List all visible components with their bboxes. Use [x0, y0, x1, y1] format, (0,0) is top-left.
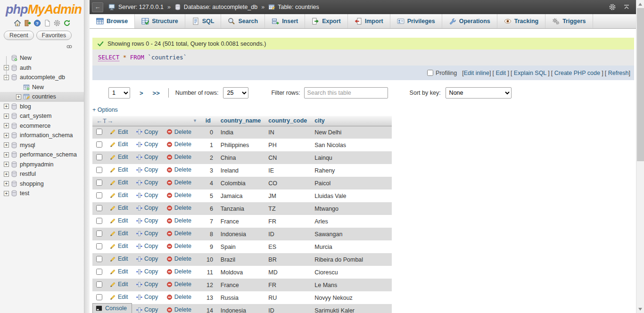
column-header-link[interactable]: id — [206, 117, 211, 124]
row-delete-link[interactable]: Delete — [166, 166, 191, 173]
tree-expander[interactable]: + — [4, 142, 9, 148]
home-icon[interactable] — [14, 19, 21, 27]
tree-item-test[interactable]: + test — [0, 189, 84, 198]
row-delete-link[interactable]: Delete — [166, 179, 191, 186]
tab-triggers[interactable]: Triggers — [545, 14, 593, 28]
scrollbar-thumb[interactable] — [637, 8, 644, 161]
row-copy-link[interactable]: Copy — [136, 268, 158, 275]
docs-icon[interactable] — [43, 19, 51, 27]
profiling-checkbox[interactable] — [427, 70, 433, 76]
row-copy-link[interactable]: Copy — [136, 205, 158, 211]
tab-import[interactable]: Import — [348, 14, 390, 28]
row-delete-link[interactable]: Delete — [166, 281, 191, 288]
row-delete-link[interactable]: Delete — [166, 129, 191, 135]
breadcrumb-database[interactable]: Database: autocomplete_db — [184, 4, 257, 10]
collapse-topbar-icon[interactable] — [623, 3, 630, 11]
breadcrumb-server[interactable]: Server: 127.0.0.1 — [118, 4, 164, 10]
row-delete-link[interactable]: Delete — [166, 192, 191, 198]
query-tool-link[interactable]: Edit — [495, 70, 506, 76]
row-copy-link[interactable]: Copy — [136, 154, 158, 160]
row-delete-link[interactable]: Delete — [166, 294, 191, 300]
sort-key-select[interactable]: None — [446, 87, 512, 99]
row-edit-link[interactable]: Edit — [110, 230, 128, 237]
tree-item-blog[interactable]: + blog — [0, 102, 84, 112]
row-delete-link[interactable]: Delete — [166, 230, 191, 237]
tree-item-mysql[interactable]: + mysql — [0, 140, 84, 150]
tab-export[interactable]: Export — [305, 14, 348, 28]
favorites-button[interactable]: Favorites — [36, 31, 72, 40]
logout-icon[interactable] — [24, 19, 31, 27]
row-checkbox[interactable] — [96, 294, 102, 300]
row-edit-link[interactable]: Edit — [110, 281, 128, 288]
tab-privileges[interactable]: Privileges — [390, 14, 442, 28]
tab-search[interactable]: Search — [221, 14, 265, 28]
page-select[interactable]: 1 — [108, 87, 130, 99]
row-edit-link[interactable]: Edit — [110, 217, 128, 224]
query-tool-link[interactable]: Create PHP code — [554, 70, 600, 76]
query-tool-link[interactable]: Explain SQL — [514, 70, 546, 76]
scroll-down-button[interactable] — [636, 305, 644, 313]
tab-browse[interactable]: Browse — [90, 14, 135, 28]
settings-icon[interactable] — [53, 19, 61, 27]
profiling-toggle[interactable]: Profiling — [427, 70, 457, 76]
row-checkbox[interactable] — [96, 167, 102, 173]
row-edit-link[interactable]: Edit — [110, 166, 128, 173]
tree-item-new-table[interactable]: New — [0, 82, 84, 92]
query-tool-link[interactable]: Refresh — [608, 70, 629, 76]
table-filter-input[interactable] — [304, 87, 388, 99]
page-scrollbar[interactable] — [636, 0, 644, 313]
row-edit-link[interactable]: Edit — [110, 294, 128, 300]
row-delete-link[interactable]: Delete — [166, 154, 191, 160]
sidebar-scrollbar[interactable] — [84, 0, 90, 313]
row-edit-link[interactable]: Edit — [110, 255, 128, 262]
row-copy-link[interactable]: Copy — [136, 166, 158, 173]
tree-expander[interactable]: + — [4, 191, 9, 196]
column-header-link[interactable]: country_name — [221, 117, 261, 124]
row-checkbox[interactable] — [96, 269, 102, 275]
row-copy-link[interactable]: Copy — [136, 281, 158, 288]
tree-expander[interactable]: + — [4, 123, 9, 128]
tree-expander[interactable]: + — [4, 172, 9, 177]
scroll-up-button[interactable] — [636, 0, 644, 8]
row-checkbox[interactable] — [96, 129, 102, 135]
tab-operations[interactable]: Operations — [442, 14, 497, 28]
tree-item-auth[interactable]: + auth — [0, 63, 84, 73]
row-edit-link[interactable]: Edit — [110, 141, 128, 148]
breadcrumb-table[interactable]: Table: countries — [278, 4, 319, 10]
link-icon[interactable] — [66, 43, 73, 50]
row-edit-link[interactable]: Edit — [110, 179, 128, 186]
row-edit-link[interactable]: Edit — [110, 192, 128, 198]
row-delete-link[interactable]: Delete — [166, 205, 191, 211]
tree-item-new-database[interactable]: New — [0, 53, 84, 63]
row-copy-link[interactable]: Copy — [136, 230, 158, 237]
next-page-link[interactable]: > — [140, 90, 143, 97]
row-checkbox[interactable] — [96, 231, 102, 237]
last-page-link[interactable]: >> — [153, 90, 160, 97]
row-copy-link[interactable]: Copy — [136, 192, 158, 198]
page-settings-icon[interactable] — [609, 3, 616, 11]
row-edit-link[interactable]: Edit — [110, 154, 128, 160]
column-header-link[interactable]: city — [314, 117, 325, 124]
row-checkbox[interactable] — [96, 192, 102, 198]
tree-expander[interactable]: + — [4, 162, 9, 167]
recent-button[interactable]: Recent — [4, 31, 34, 40]
tree-item-autocomplete-db[interactable]: − autocomplete_db — [0, 73, 84, 82]
tree-item-shopping[interactable]: + shopping — [0, 179, 84, 189]
row-delete-link[interactable]: Delete — [166, 217, 191, 224]
row-copy-link[interactable]: Copy — [136, 141, 158, 148]
column-header-link[interactable]: country_code — [268, 117, 307, 124]
tree-item-countries[interactable]: + countries — [0, 92, 84, 102]
row-delete-link[interactable]: Delete — [166, 255, 191, 262]
row-delete-link[interactable]: Delete — [166, 268, 191, 275]
row-checkbox[interactable] — [96, 281, 102, 288]
row-copy-link[interactable]: Copy — [136, 217, 158, 224]
row-delete-link[interactable]: Delete — [166, 306, 191, 313]
row-copy-link[interactable]: Copy — [136, 129, 158, 135]
tab-tracking[interactable]: Tracking — [497, 14, 545, 28]
tree-expander[interactable]: + — [4, 152, 9, 157]
row-edit-link[interactable]: Edit — [110, 205, 128, 211]
tab-structure[interactable]: Structure — [135, 14, 185, 28]
tree-expander[interactable] — [16, 84, 21, 90]
console-button[interactable]: Console — [92, 303, 132, 313]
row-checkbox[interactable] — [96, 243, 102, 249]
